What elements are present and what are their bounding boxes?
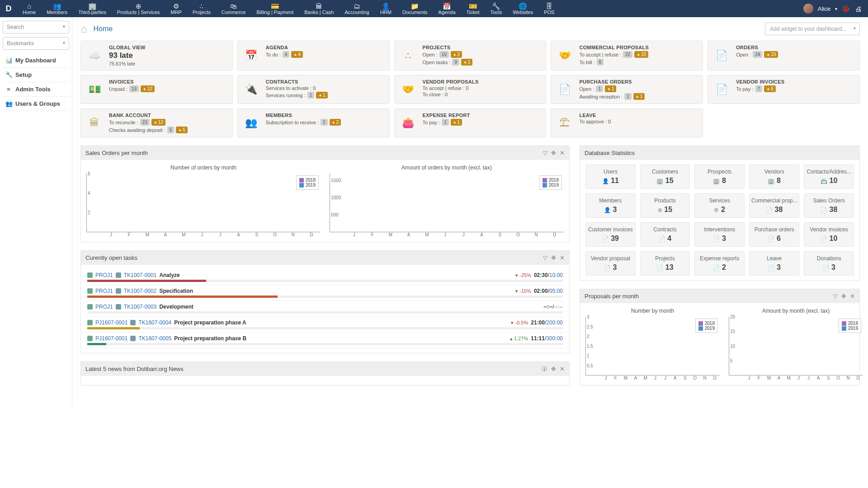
stat-prospects[interactable]: Prospects🏢 8 xyxy=(694,164,745,189)
topmenu-members[interactable]: 👥Members xyxy=(41,0,73,17)
filter-icon[interactable]: ▽ xyxy=(833,293,838,300)
topmenu-documents[interactable]: 📁Documents xyxy=(397,0,433,17)
stat-commercial-prop-[interactable]: Commercial prop...📄 38 xyxy=(749,193,799,218)
stat-customers[interactable]: Customers🏢 15 xyxy=(640,164,690,189)
topmenu-icon: 🏢 xyxy=(88,2,97,9)
topmenu-home[interactable]: ⌂Home xyxy=(17,0,41,17)
task-link[interactable]: TK1607-0005 xyxy=(138,335,171,342)
warning-badge: 5 xyxy=(176,127,187,133)
stat-purchase-orders[interactable]: Purchase orders📄 6 xyxy=(749,222,799,247)
task-link[interactable]: TK1607-0004 xyxy=(138,319,171,326)
task-row[interactable]: PROJ1 TK1007-0003 Development --:--/--:-… xyxy=(86,301,564,317)
topmenu-commerce[interactable]: 🛍Commerce xyxy=(216,0,251,17)
chart: Amount by month (excl. tax) 5101520 2018… xyxy=(729,308,863,380)
topmenu-banks-cash[interactable]: 🏛Banks | Cash xyxy=(299,0,339,17)
tile-invoices[interactable]: 💵 INVOICESUnpaid :1312 xyxy=(80,75,233,104)
stat-products[interactable]: Products⊕ 15 xyxy=(640,193,690,218)
tile-vendor-invoices[interactable]: 📄 VENDOR INVOICESTo pay :76 xyxy=(708,75,860,104)
stat-contracts[interactable]: Contracts📄 4 xyxy=(640,222,690,247)
bug-icon[interactable]: 🐞 xyxy=(842,5,850,13)
topmenu-pos[interactable]: 🗄POS xyxy=(538,0,560,17)
filter-icon[interactable]: ▽ xyxy=(543,254,547,261)
move-icon[interactable]: ✥ xyxy=(841,293,846,300)
tile-members[interactable]: 👥 MEMBERSSubscription to receive :22 xyxy=(237,108,390,137)
sidebar-item-my-dashboard[interactable]: 📊My Dashboard xyxy=(3,53,69,68)
close-icon[interactable]: ✕ xyxy=(560,254,565,261)
chevron-down-icon[interactable]: ▾ xyxy=(835,6,837,11)
topmenu-accounting[interactable]: 🗂Accounting xyxy=(339,0,374,17)
tile-vendor-proposals[interactable]: 🤝 VENDOR PROPOSALSTo accept | refuse : 0… xyxy=(394,75,547,104)
tile-global-view[interactable]: ☁️ GLOBAL VIEW93 late75.61% late xyxy=(80,41,233,70)
stat-customer-invoices[interactable]: Customer invoices📄 39 xyxy=(585,222,636,247)
tile-contracts[interactable]: 🔌 CONTRACTSServices to activate : 0Servi… xyxy=(237,75,390,104)
stat-users[interactable]: Users👤 11 xyxy=(585,164,636,189)
task-row[interactable]: PJ1607-0001 TK1607-0005 Project preparat… xyxy=(86,333,564,348)
sidebar-icon: 🔧 xyxy=(5,71,12,78)
tile-commercial-proposals[interactable]: 🤝 COMMERCIAL PROPOSALSTo accept | refuse… xyxy=(551,41,703,70)
task-link[interactable]: TK1007-0003 xyxy=(124,304,157,310)
filter-icon[interactable]: ▽ xyxy=(543,150,547,156)
stat-leave[interactable]: Leave📄 3 xyxy=(749,251,799,276)
move-icon[interactable]: ✥ xyxy=(551,254,556,261)
user-name[interactable]: Alice xyxy=(818,5,830,12)
stat-vendor-invoices[interactable]: Vendor invoices📄 10 xyxy=(804,222,854,247)
stat-projects[interactable]: Projects📄 13 xyxy=(640,251,690,276)
stat-vendors[interactable]: Vendors🏢 8 xyxy=(749,164,799,189)
stat-contacts-addres-[interactable]: Contacts/Addres...📇 10 xyxy=(804,164,854,189)
tile-orders[interactable]: 📄 ORDERSOpen :2423 xyxy=(708,41,860,70)
topmenu-mrp[interactable]: ⚙MRP xyxy=(165,0,187,17)
close-icon[interactable]: ✕ xyxy=(560,366,565,372)
topmenu-icon: 📁 xyxy=(410,2,419,9)
project-link[interactable]: PROJ1 xyxy=(95,288,113,294)
project-link[interactable]: PJ1607-0001 xyxy=(95,335,127,342)
stat-members[interactable]: Members👤 3 xyxy=(585,193,636,218)
topmenu-third-parties[interactable]: 🏢Third-parties xyxy=(73,0,112,17)
topmenu-tools[interactable]: 🔧Tools xyxy=(485,0,507,17)
stat-donations[interactable]: Donations📄 3 xyxy=(804,251,854,276)
tile-purchase-orders[interactable]: 📄 PURCHASE ORDERSOpen :11Awaiting recept… xyxy=(551,75,703,104)
add-widget-dropdown[interactable]: Add widget to your dashboard... xyxy=(765,23,860,35)
tile-projects[interactable]: ⛬ PROJECTSOpen :102Open tasks :91 xyxy=(394,41,547,70)
sidebar-item-users-groups[interactable]: 👥Users & Groups xyxy=(3,97,69,111)
task-link[interactable]: TK1007-0001 xyxy=(124,272,157,278)
close-icon[interactable]: ✕ xyxy=(850,293,855,300)
topmenu-icon: ⌂ xyxy=(27,2,31,9)
task-row[interactable]: PJ1607-0001 TK1607-0004 Project preparat… xyxy=(86,317,564,333)
topmenu-hrm[interactable]: 👤HRM xyxy=(375,0,397,17)
info-icon[interactable]: 🛈 xyxy=(542,366,547,372)
close-icon[interactable]: ✕ xyxy=(560,150,565,156)
stat-sales-orders[interactable]: Sales Orders📄 38 xyxy=(804,193,854,218)
tile-bank-account[interactable]: 🏛 BANK ACCOUNTTo reconcile :2312Checks a… xyxy=(80,108,233,137)
topmenu-products-services[interactable]: ⊕Products | Services xyxy=(112,0,165,17)
search-input[interactable]: Search xyxy=(3,21,69,33)
sidebar-item-admin-tools[interactable]: ≡Admin Tools xyxy=(3,82,69,97)
topmenu-ticket[interactable]: 🎫Ticket xyxy=(461,0,485,17)
topmenu-icon: 🌐 xyxy=(519,2,527,9)
tile-leave[interactable]: ⛱ LEAVETo approve : 0 xyxy=(551,108,703,137)
bookmarks-dropdown[interactable]: Bookmarks xyxy=(3,37,69,50)
topmenu-billing-payment[interactable]: 💳Billing | Payment xyxy=(251,0,299,17)
project-link[interactable]: PROJ1 xyxy=(95,272,113,278)
topmenu-projects[interactable]: ⛬Projects xyxy=(187,0,216,17)
stat-interventions[interactable]: Interventions📄 3 xyxy=(694,222,745,247)
topmenu-websites[interactable]: 🌐Websites xyxy=(507,0,538,17)
project-link[interactable]: PJ1607-0001 xyxy=(95,319,127,326)
move-icon[interactable]: ✥ xyxy=(551,150,556,156)
panel-title: Curently open tasks xyxy=(85,254,137,261)
topmenu-agenda[interactable]: 📅Agenda xyxy=(433,0,461,17)
stat-services[interactable]: Services⚙ 2 xyxy=(694,193,745,218)
print-icon[interactable]: 🖨 xyxy=(855,5,862,13)
stat-vendor-proposal[interactable]: Vendor proposal📄 3 xyxy=(585,251,636,276)
avatar[interactable] xyxy=(803,4,813,14)
stat-expense-reports[interactable]: Expense reports📄 2 xyxy=(694,251,745,276)
tile-expense-report[interactable]: 👛 EXPENSE REPORTTo pay :11 xyxy=(394,108,547,137)
task-link[interactable]: TK1007-0002 xyxy=(124,288,157,294)
project-link[interactable]: PROJ1 xyxy=(95,304,113,310)
move-icon[interactable]: ✥ xyxy=(551,366,556,372)
task-row[interactable]: PROJ1 TK1007-0002 Specification ▾ -15% 0… xyxy=(86,285,564,301)
count-badge: 2 xyxy=(321,119,328,126)
app-logo[interactable]: D xyxy=(0,0,17,17)
task-row[interactable]: PROJ1 TK1007-0001 Analyze ▾ -25% 02:30/1… xyxy=(86,269,564,285)
sidebar-item-setup[interactable]: 🔧Setup xyxy=(3,68,69,82)
tile-agenda[interactable]: 📅 AGENDATo do :44 xyxy=(237,41,390,70)
